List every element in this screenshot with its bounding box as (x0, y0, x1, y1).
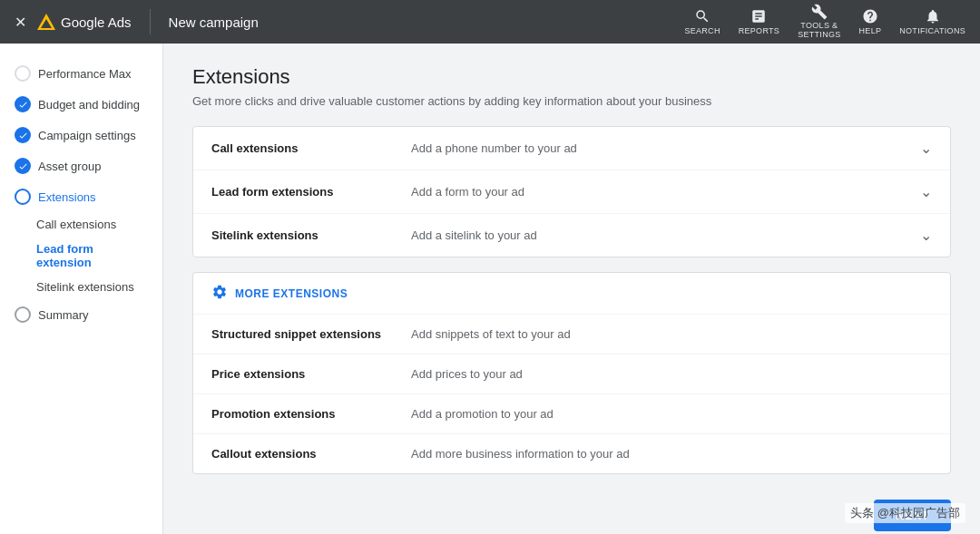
logo: Google Ads (37, 14, 132, 30)
gear-icon (211, 284, 228, 303)
more-extensions-header: MORE EXTENSIONS (193, 273, 950, 315)
notifications-label: NOTIFICATIONS (899, 26, 965, 35)
tools-icon (811, 4, 828, 20)
summary-circle-icon (15, 306, 31, 323)
main-content: Extensions Get more clicks and drive val… (163, 44, 980, 534)
lead-form-extensions-label: Lead form extensions (211, 185, 411, 199)
tools-nav-item[interactable]: TOOLS &SETTINGS (798, 4, 840, 40)
sidebar-label-extensions: Extensions (38, 190, 96, 204)
price-extensions-row[interactable]: Price extensions Add prices to your ad (193, 354, 950, 394)
checkmark-icon (18, 100, 28, 110)
sitelink-chevron-icon: ⌄ (920, 227, 932, 244)
structured-snippet-desc: Add snippets of text to your ad (411, 327, 932, 341)
notifications-nav-item[interactable]: NOTIFICATIONS (899, 8, 965, 35)
lead-form-extensions-row[interactable]: Lead form extensions Add a form to your … (193, 170, 950, 214)
sidebar-item-asset-group[interactable]: Asset group (0, 150, 162, 181)
sidebar-label-budget-bidding: Budget and bidding (38, 98, 140, 112)
structured-snippet-row[interactable]: Structured snippet extensions Add snippe… (193, 315, 950, 354)
callout-extensions-desc: Add more business information to your ad (411, 447, 932, 461)
help-icon (862, 8, 878, 24)
structured-snippet-label: Structured snippet extensions (211, 327, 411, 341)
asset-check-icon (15, 158, 31, 174)
sidebar-item-summary[interactable]: Summary (0, 299, 162, 330)
close-button[interactable]: ✕ (15, 14, 26, 31)
campaign-title: New campaign (169, 15, 259, 30)
extensions-circle-icon (15, 189, 31, 205)
footer-bar: NEXT (192, 489, 951, 534)
sidebar-sublabel-lead-form-ext: Lead form extension (36, 242, 93, 269)
call-extensions-desc: Add a phone number to your ad (411, 141, 920, 155)
tools-label: TOOLS &SETTINGS (798, 22, 840, 40)
call-extensions-label: Call extensions (211, 141, 411, 155)
sidebar-sublabel-sitelink-ext: Sitelink extensions (36, 280, 134, 294)
budget-check-icon (15, 96, 31, 112)
help-label: HELP (859, 26, 882, 35)
sidebar-subitem-lead-form-ext[interactable]: Lead form extension (0, 237, 162, 275)
lead-form-extensions-desc: Add a form to your ad (411, 185, 920, 199)
price-extensions-label: Price extensions (211, 367, 411, 381)
price-extensions-desc: Add prices to your ad (411, 367, 932, 381)
sidebar-label-performance-max: Performance Max (38, 67, 132, 81)
sitelink-extensions-row[interactable]: Sitelink extensions Add a sitelink to yo… (193, 214, 950, 257)
checkmark-icon (18, 131, 28, 141)
promotion-extensions-row[interactable]: Promotion extensions Add a promotion to … (193, 394, 950, 434)
search-label: SEARCH (684, 26, 720, 35)
sidebar-subitem-call-ext[interactable]: Call extensions (0, 212, 162, 237)
topbar-divider (150, 9, 151, 34)
sidebar-item-campaign-settings[interactable]: Campaign settings (0, 120, 162, 150)
search-icon (694, 8, 710, 24)
sidebar-label-campaign-settings: Campaign settings (38, 129, 136, 142)
reports-label: REPORTS (739, 26, 779, 35)
extensions-card: Call extensions Add a phone number to yo… (192, 126, 951, 257)
sidebar-sublabel-call-ext: Call extensions (36, 218, 116, 231)
more-extensions-label: MORE EXTENSIONS (235, 287, 348, 300)
topbar-icons: SEARCH REPORTS TOOLS &SETTINGS HELP NOTI… (684, 4, 965, 40)
logo-triangle-icon (37, 14, 55, 30)
brand-name: Google Ads (61, 15, 132, 30)
sitelink-extensions-label: Sitelink extensions (211, 228, 411, 242)
call-extensions-row[interactable]: Call extensions Add a phone number to yo… (193, 127, 950, 170)
watermark: 头条 @科技园广告部 (845, 503, 965, 523)
callout-extensions-label: Callout extensions (211, 447, 411, 461)
reports-nav-item[interactable]: REPORTS (739, 8, 779, 35)
layout: Performance Max Budget and bidding Campa… (0, 44, 980, 534)
sidebar-item-budget-bidding[interactable]: Budget and bidding (0, 89, 162, 120)
sidebar: Performance Max Budget and bidding Campa… (0, 44, 163, 534)
topbar: ✕ Google Ads New campaign SEARCH REPORTS… (0, 0, 980, 44)
notifications-icon (925, 8, 941, 24)
promotion-extensions-label: Promotion extensions (211, 407, 411, 421)
sidebar-subitem-sitelink-ext[interactable]: Sitelink extensions (0, 275, 162, 299)
sidebar-label-asset-group: Asset group (38, 160, 101, 173)
callout-extensions-row[interactable]: Callout extensions Add more business inf… (193, 434, 950, 473)
search-nav-item[interactable]: SEARCH (684, 8, 720, 35)
page-subtitle: Get more clicks and drive valuable custo… (192, 94, 951, 108)
help-nav-item[interactable]: HELP (859, 8, 882, 35)
call-chevron-icon: ⌄ (920, 140, 932, 157)
reports-icon (750, 8, 767, 24)
promotion-extensions-desc: Add a promotion to your ad (411, 407, 932, 421)
lead-form-chevron-icon: ⌄ (920, 183, 932, 200)
sidebar-item-extensions[interactable]: Extensions (0, 181, 162, 212)
more-extensions-card: MORE EXTENSIONS Structured snippet exten… (192, 272, 951, 474)
performance-max-circle-icon (15, 65, 31, 82)
campaign-check-icon (15, 127, 31, 143)
page-title: Extensions (192, 65, 951, 89)
sitelink-extensions-desc: Add a sitelink to your ad (411, 228, 920, 242)
checkmark-icon (18, 161, 28, 171)
sidebar-label-summary: Summary (38, 308, 89, 322)
sidebar-item-performance-max[interactable]: Performance Max (0, 58, 162, 89)
